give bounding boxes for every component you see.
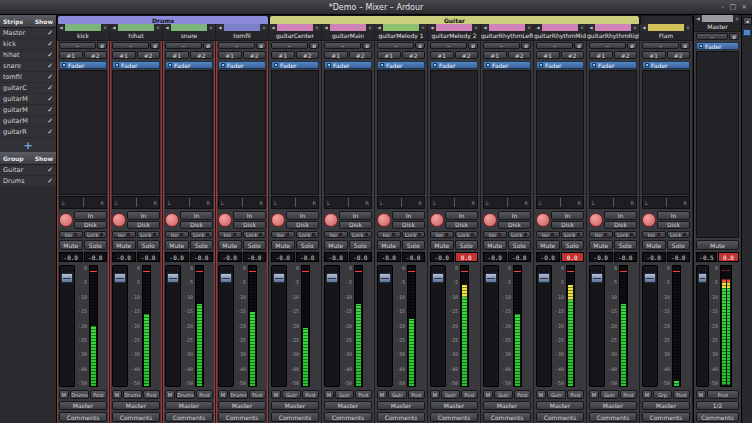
processor-led-icon[interactable]	[380, 63, 384, 67]
panner[interactable]: L R	[59, 196, 107, 209]
panner[interactable]: L R	[112, 196, 160, 209]
fader-handle[interactable]	[114, 273, 126, 283]
gain-display[interactable]: -0.0	[271, 252, 295, 262]
monitor-input-button[interactable]: In	[604, 211, 637, 220]
fader-handle[interactable]	[538, 273, 550, 283]
trim-button[interactable]: –	[271, 42, 308, 49]
solo-isolate-button[interactable]: Iso	[642, 231, 666, 238]
processor-led-icon[interactable]	[115, 63, 119, 67]
show-checkbox[interactable]: ✓	[47, 40, 53, 48]
input-2-button[interactable]: #2	[349, 51, 373, 59]
show-checkbox[interactable]: ✓	[47, 51, 53, 59]
group-button[interactable]: Drums	[123, 390, 142, 399]
fader-handle[interactable]	[485, 273, 497, 283]
solo-isolate-button[interactable]: Iso	[112, 231, 136, 238]
metering-button[interactable]: M	[218, 390, 228, 399]
close-icon[interactable]: ×	[578, 24, 586, 31]
solo-isolate-button[interactable]: Iso	[536, 231, 560, 238]
solo-isolate-button[interactable]: Iso	[271, 231, 295, 238]
processor-led-icon[interactable]	[645, 63, 649, 67]
comments-button[interactable]: Comments	[696, 412, 739, 422]
close-icon[interactable]: ×	[684, 24, 692, 31]
fader-processor[interactable]: Fader	[696, 42, 739, 50]
meter[interactable]	[619, 265, 628, 387]
peak-display[interactable]: -0.0	[508, 252, 532, 262]
processor-box[interactable]	[59, 70, 107, 195]
strip-name-row[interactable]: guitarMelody 1	[375, 31, 427, 41]
fader-track[interactable]	[483, 265, 499, 387]
gain-display[interactable]: -0.0	[112, 252, 136, 262]
group-tab-drums[interactable]: Drums	[57, 15, 269, 24]
mute-button[interactable]: Mute	[642, 240, 666, 250]
peak-display[interactable]: -0.0	[243, 252, 267, 262]
close-icon[interactable]: ×	[741, 3, 747, 11]
phase-button[interactable]: ø	[362, 42, 372, 49]
solo-button[interactable]: Solo	[614, 240, 638, 250]
sidebar-strip-item[interactable]: Master✓	[0, 28, 56, 39]
panner[interactable]: L R	[324, 196, 372, 209]
show-checkbox[interactable]: ✓	[47, 84, 53, 92]
collapse-icon[interactable]: ◀	[587, 24, 595, 31]
comments-button[interactable]: Comments	[324, 412, 372, 422]
phase-button[interactable]: ø	[729, 33, 739, 40]
comments-button[interactable]: Comments	[112, 412, 160, 422]
phase-button[interactable]: ø	[150, 42, 160, 49]
fader-handle[interactable]	[326, 273, 338, 283]
output-button[interactable]: Master	[271, 401, 319, 410]
collapse-icon[interactable]: ◀	[375, 24, 383, 31]
group-button[interactable]: Gutr	[600, 390, 619, 399]
meter[interactable]	[513, 265, 522, 387]
collapse-icon[interactable]: ◀	[428, 24, 436, 31]
gain-display[interactable]: -0.0	[589, 252, 613, 262]
trim-button[interactable]: –	[696, 33, 728, 40]
collapse-icon[interactable]: ◀	[534, 24, 542, 31]
strip-name-row[interactable]: guitarRhythmMiddle	[534, 31, 586, 41]
solo-isolate-button[interactable]: Iso	[324, 231, 348, 238]
monitor-input-button[interactable]: In	[392, 211, 425, 220]
input-2-button[interactable]: #2	[561, 51, 585, 59]
show-checkbox[interactable]: ✓	[47, 73, 53, 81]
input-1-button[interactable]: #1	[483, 51, 507, 59]
trim-button[interactable]: –	[218, 42, 255, 49]
input-1-button[interactable]: #1	[271, 51, 295, 59]
collapse-icon[interactable]: ◀	[110, 24, 118, 31]
peak-display[interactable]: -0.0	[190, 252, 214, 262]
monitor-disk-button[interactable]: Disk	[392, 221, 425, 230]
mute-button[interactable]: Mute	[324, 240, 348, 250]
fader-track[interactable]	[536, 265, 552, 387]
phase-button[interactable]: ø	[256, 42, 266, 49]
collapse-icon[interactable]: ◀	[640, 24, 648, 31]
group-button[interactable]: Gutr	[282, 390, 301, 399]
meter-point-button[interactable]: Post	[249, 390, 266, 399]
strip-name-row[interactable]: hihat	[110, 31, 162, 41]
metering-button[interactable]: M	[112, 390, 122, 399]
gain-display[interactable]: -0.0	[430, 252, 454, 262]
comments-button[interactable]: Comments	[59, 412, 107, 422]
metering-button[interactable]: M	[696, 390, 706, 399]
metering-button[interactable]: M	[589, 390, 599, 399]
meter[interactable]	[672, 265, 681, 387]
solo-lock-button[interactable]: Lock	[508, 231, 532, 238]
group-button[interactable]: Drums	[229, 390, 248, 399]
fader-handle[interactable]	[273, 273, 285, 283]
input-2-button[interactable]: #2	[614, 51, 638, 59]
monitor-disk-button[interactable]: Disk	[127, 221, 160, 230]
input-2-button[interactable]: #2	[667, 51, 691, 59]
fader-processor[interactable]: Fader	[642, 61, 690, 69]
solo-lock-button[interactable]: Lock	[190, 231, 214, 238]
fader-track[interactable]	[271, 265, 287, 387]
collapse-icon[interactable]: ◀	[57, 24, 65, 31]
meter[interactable]	[720, 265, 732, 387]
fader-track[interactable]	[324, 265, 340, 387]
comments-button[interactable]: Comments	[377, 412, 425, 422]
peak-display[interactable]: 0.0	[561, 252, 585, 262]
phase-button[interactable]: ø	[97, 42, 107, 49]
show-checkbox[interactable]: ✓	[47, 106, 53, 114]
monitor-disk-button[interactable]: Disk	[233, 221, 266, 230]
phase-button[interactable]: ø	[521, 42, 531, 49]
group-tab-empty[interactable]	[640, 15, 693, 24]
monitor-disk-button[interactable]: Disk	[551, 221, 584, 230]
show-checkbox[interactable]: ✓	[47, 29, 53, 37]
solo-lock-button[interactable]: Lock	[243, 231, 267, 238]
solo-lock-button[interactable]: Lock	[137, 231, 161, 238]
